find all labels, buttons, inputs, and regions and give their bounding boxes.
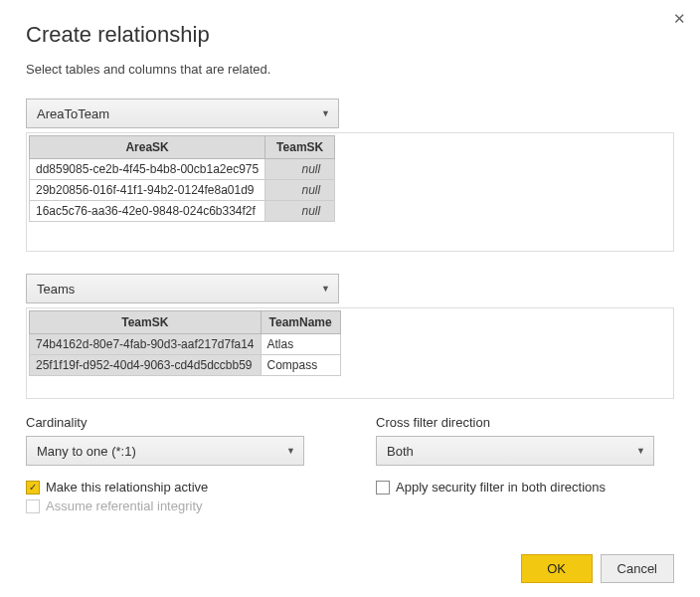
table1-grid: AreaSK TeamSK dd859085-ce2b-4f45-b4b8-00… bbox=[29, 135, 335, 222]
table2-select-value: Teams bbox=[37, 282, 75, 297]
create-relationship-dialog: Create relationship Select tables and co… bbox=[0, 0, 700, 529]
checkbox-empty-icon bbox=[26, 499, 40, 513]
cancel-button[interactable]: Cancel bbox=[601, 554, 674, 583]
crossfilter-field: Cross filter direction Both ▼ bbox=[376, 415, 674, 466]
crossfilter-label: Cross filter direction bbox=[376, 415, 674, 430]
referential-integrity-checkbox: Assume referential integrity bbox=[26, 498, 324, 513]
cardinality-label: Cardinality bbox=[26, 415, 324, 430]
table-row[interactable]: 25f1f19f-d952-40d4-9063-cd4d5dccbb59 Com… bbox=[30, 355, 341, 376]
table1-col-header[interactable]: TeamSK bbox=[265, 136, 335, 159]
table-row[interactable]: dd859085-ce2b-4f45-b4b8-00cb1a2ec975 nul… bbox=[30, 159, 335, 180]
cardinality-value: Many to one (*:1) bbox=[37, 444, 136, 459]
table-cell: 16ac5c76-aa36-42e0-9848-024c6b334f2f bbox=[30, 201, 265, 222]
dialog-footer: OK Cancel bbox=[521, 554, 674, 583]
table1-preview: AreaSK TeamSK dd859085-ce2b-4f45-b4b8-00… bbox=[26, 132, 674, 252]
table2-select[interactable]: Teams ▼ bbox=[26, 274, 339, 303]
chevron-down-icon: ▼ bbox=[321, 284, 330, 294]
table2-col-header[interactable]: TeamName bbox=[261, 311, 340, 334]
security-filter-label: Apply security filter in both directions bbox=[396, 480, 606, 495]
security-filter-checkbox[interactable]: Apply security filter in both directions bbox=[376, 480, 674, 495]
dialog-subtitle: Select tables and columns that are relat… bbox=[26, 62, 674, 77]
chevron-down-icon: ▼ bbox=[286, 446, 295, 456]
checkmark-icon: ✓ bbox=[26, 481, 40, 495]
table-cell: 74b4162d-80e7-4fab-90d3-aaf217d7fa14 bbox=[30, 334, 262, 355]
table-row[interactable]: 16ac5c76-aa36-42e0-9848-024c6b334f2f nul… bbox=[30, 201, 335, 222]
close-icon[interactable]: ✕ bbox=[673, 10, 686, 28]
checkbox-empty-icon bbox=[376, 481, 390, 495]
table-cell-null: null bbox=[265, 201, 335, 222]
table2-preview: TeamSK TeamName 74b4162d-80e7-4fab-90d3-… bbox=[26, 307, 674, 399]
table-cell: dd859085-ce2b-4f45-b4b8-00cb1a2ec975 bbox=[30, 159, 265, 180]
make-active-checkbox[interactable]: ✓ Make this relationship active bbox=[26, 480, 324, 495]
table-row[interactable]: 29b20856-016f-41f1-94b2-0124fe8a01d9 nul… bbox=[30, 180, 335, 201]
table1-select[interactable]: AreaToTeam ▼ bbox=[26, 99, 339, 128]
table1-col-header[interactable]: AreaSK bbox=[30, 136, 265, 159]
make-active-label: Make this relationship active bbox=[46, 480, 208, 495]
table1-select-value: AreaToTeam bbox=[37, 106, 109, 121]
table-cell: Compass bbox=[261, 355, 340, 376]
cardinality-select[interactable]: Many to one (*:1) ▼ bbox=[26, 436, 304, 466]
chevron-down-icon: ▼ bbox=[636, 446, 645, 456]
table-cell: 25f1f19f-d952-40d4-9063-cd4d5dccbb59 bbox=[30, 355, 262, 376]
table2-grid: TeamSK TeamName 74b4162d-80e7-4fab-90d3-… bbox=[29, 310, 341, 376]
table-cell-null: null bbox=[265, 180, 335, 201]
table2-col-header[interactable]: TeamSK bbox=[30, 311, 262, 334]
ok-button[interactable]: OK bbox=[521, 554, 593, 583]
dialog-title: Create relationship bbox=[26, 22, 674, 48]
referential-integrity-label: Assume referential integrity bbox=[46, 498, 203, 513]
table-cell: 29b20856-016f-41f1-94b2-0124fe8a01d9 bbox=[30, 180, 265, 201]
table-cell: Atlas bbox=[261, 334, 340, 355]
chevron-down-icon: ▼ bbox=[321, 108, 330, 118]
crossfilter-select[interactable]: Both ▼ bbox=[376, 436, 654, 466]
table-cell-null: null bbox=[265, 159, 335, 180]
table-row[interactable]: 74b4162d-80e7-4fab-90d3-aaf217d7fa14 Atl… bbox=[30, 334, 341, 355]
crossfilter-value: Both bbox=[387, 444, 414, 459]
cardinality-field: Cardinality Many to one (*:1) ▼ bbox=[26, 415, 324, 466]
